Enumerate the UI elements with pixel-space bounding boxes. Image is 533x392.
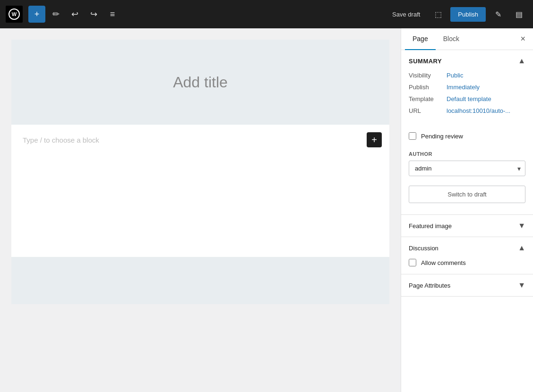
switch-draft-wrapper: Switch to draft	[401, 182, 533, 214]
pending-review-checkbox[interactable]	[409, 132, 416, 140]
toolbar: + ✏ ↩ ↪ ≡ Save draft ⬚ Publish ✎ ▤	[0, 0, 533, 28]
preview-button[interactable]: ⬚	[430, 6, 447, 23]
visibility-row: Visibility Public	[409, 72, 525, 79]
switch-to-draft-button[interactable]: Switch to draft	[409, 186, 525, 203]
featured-image-chevron-icon: ▼	[518, 222, 525, 230]
redo-button[interactable]: ↪	[85, 6, 102, 23]
visibility-label: Visibility	[409, 72, 447, 79]
main-layout: Add title Type / to choose a block + Pag…	[0, 28, 533, 392]
discussion-section: Discussion ▲ Allow comments	[401, 237, 533, 274]
summary-chevron-icon: ▲	[518, 57, 525, 65]
page-attributes-section: Page Attributes ▼	[401, 274, 533, 297]
featured-image-title: Featured image	[409, 222, 452, 230]
inline-add-block-button[interactable]: +	[367, 132, 382, 147]
featured-image-section: Featured image ▼	[401, 215, 533, 237]
featured-image-header[interactable]: Featured image ▼	[401, 215, 533, 237]
author-label: AUTHOR	[409, 151, 525, 157]
undo-icon: ↩	[71, 9, 78, 19]
url-row: URL localhost:10010/auto-...	[409, 107, 525, 114]
settings-button[interactable]: ▤	[510, 6, 527, 23]
allow-comments-row: Allow comments	[409, 259, 525, 266]
tab-block[interactable]: Block	[436, 28, 467, 50]
inline-add-block-icon: +	[371, 135, 377, 145]
author-section: AUTHOR admin ▾	[401, 145, 533, 182]
save-draft-button[interactable]: Save draft	[387, 8, 426, 21]
summary-section-header[interactable]: Summary ▲	[401, 50, 533, 72]
tab-page[interactable]: Page	[405, 28, 436, 50]
author-select-wrapper: admin ▾	[409, 161, 525, 176]
editor-content: Add title Type / to choose a block +	[11, 40, 389, 304]
block-area[interactable]: Type / to choose a block +	[11, 125, 389, 257]
wp-logo-icon	[9, 9, 20, 20]
close-sidebar-button[interactable]: ×	[516, 30, 529, 48]
post-info-button[interactable]: ✎	[490, 6, 507, 23]
visibility-value[interactable]: Public	[447, 72, 463, 79]
add-block-icon: +	[34, 9, 40, 19]
toolbar-right: Save draft ⬚ Publish ✎ ▤	[387, 6, 527, 23]
template-value[interactable]: Default template	[447, 95, 491, 102]
sidebar: Page Block × Summary ▲ Visibility Public…	[401, 28, 533, 392]
list-view-icon: ≡	[110, 9, 115, 19]
summary-content: Visibility Public Publish Immediately Te…	[401, 72, 533, 127]
tools-button[interactable]: ✏	[47, 6, 64, 23]
publish-button[interactable]: Publish	[450, 7, 486, 22]
pending-review-label: Pending review	[421, 133, 463, 140]
url-value[interactable]: localhost:10010/auto-...	[447, 107, 510, 114]
url-label: URL	[409, 107, 447, 114]
discussion-chevron-icon: ▲	[518, 244, 525, 252]
undo-button[interactable]: ↩	[66, 6, 83, 23]
tools-icon: ✏	[52, 9, 60, 19]
editor-area: Add title Type / to choose a block +	[0, 28, 401, 392]
page-attributes-header[interactable]: Page Attributes ▼	[401, 274, 533, 296]
block-placeholder: Type / to choose a block	[23, 136, 99, 144]
settings-icon: ▤	[516, 10, 523, 19]
bottom-area	[11, 257, 389, 304]
template-row: Template Default template	[409, 95, 525, 102]
summary-title: Summary	[409, 58, 442, 65]
page-attributes-chevron-icon: ▼	[518, 281, 525, 290]
list-view-button[interactable]: ≡	[104, 6, 121, 23]
publish-label: Publish	[409, 84, 447, 91]
page-attributes-title: Page Attributes	[409, 282, 450, 289]
title-block[interactable]: Add title	[11, 40, 389, 125]
discussion-content: Allow comments	[401, 259, 533, 274]
publish-value[interactable]: Immediately	[447, 84, 480, 91]
preview-icon: ⬚	[435, 10, 442, 19]
pending-review-row: Pending review	[401, 132, 533, 140]
author-select[interactable]: admin	[409, 161, 525, 176]
wp-logo[interactable]	[6, 6, 23, 23]
title-placeholder: Add title	[173, 74, 228, 91]
redo-icon: ↪	[90, 9, 97, 19]
template-label: Template	[409, 95, 447, 102]
allow-comments-label: Allow comments	[421, 259, 466, 266]
post-info-icon: ✎	[495, 10, 501, 19]
discussion-header[interactable]: Discussion ▲	[401, 237, 533, 259]
sidebar-tabs: Page Block ×	[401, 28, 533, 50]
summary-section: Summary ▲ Visibility Public Publish Imme…	[401, 50, 533, 215]
discussion-title: Discussion	[409, 245, 438, 252]
add-block-button[interactable]: +	[28, 6, 45, 23]
publish-row: Publish Immediately	[409, 84, 525, 91]
allow-comments-checkbox[interactable]	[409, 259, 416, 266]
